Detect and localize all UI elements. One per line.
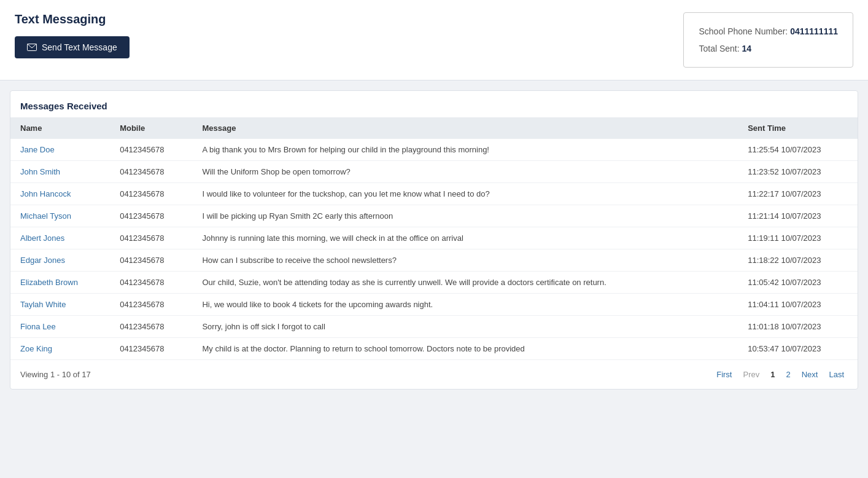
cell-message: I would like to volunteer for the tucksh… [192,183,738,205]
first-page-link[interactable]: First [713,369,735,380]
section-title: Messages Received [10,91,858,117]
name-link[interactable]: John Hancock [20,189,71,198]
table-header: Name Mobile Message Sent Time [10,117,858,139]
footer-row: Viewing 1 - 10 of 17 First Prev 1 2 Next… [10,359,858,389]
cell-message: Johnny is running late this morning, we … [192,227,738,249]
cell-mobile: 0412345678 [110,161,192,183]
send-button-label: Send Text Message [42,42,117,52]
cell-mobile: 0412345678 [110,316,192,338]
cell-sent-time: 11:23:52 10/07/2023 [738,161,858,183]
cell-message: My child is at the doctor. Planning to r… [192,338,738,360]
table-row: Edgar Jones0412345678How can I subscribe… [10,249,858,272]
cell-name: Fiona Lee [10,316,110,338]
cell-mobile: 0412345678 [110,338,192,360]
cell-name: Jane Doe [10,139,110,161]
table-row: Elizabeth Brown0412345678Our child, Suzi… [10,272,858,294]
cell-mobile: 0412345678 [110,294,192,316]
cell-name: Elizabeth Brown [10,272,110,294]
cell-sent-time: 11:01:18 10/07/2023 [738,316,858,338]
cell-sent-time: 11:05:42 10/07/2023 [738,272,858,294]
cell-message: I will be picking up Ryan Smith 2C early… [192,205,738,227]
name-link[interactable]: John Smith [20,167,60,176]
cell-message: How can I subscribe to receive the schoo… [192,249,738,272]
name-link[interactable]: Elizabeth Brown [20,278,78,287]
cell-message: Hi, we would like to book 4 tickets for … [192,294,738,316]
table-body: Jane Doe0412345678A big thank you to Mrs… [10,139,858,359]
table-row: Zoe King0412345678My child is at the doc… [10,338,858,360]
name-link[interactable]: Albert Jones [20,233,64,243]
total-label: Total Sent: [699,44,739,53]
cell-mobile: 0412345678 [110,249,192,272]
cell-message: Our child, Suzie, won't be attending tod… [192,272,738,294]
name-link[interactable]: Michael Tyson [20,211,71,221]
envelope-icon [27,44,37,51]
last-page-link[interactable]: Last [825,369,848,380]
cell-name: Albert Jones [10,227,110,249]
cell-sent-time: 11:04:11 10/07/2023 [738,294,858,316]
page-2-link[interactable]: 2 [782,369,794,380]
cell-name: John Smith [10,161,110,183]
table-row: Fiona Lee0412345678Sorry, john is off si… [10,316,858,338]
name-link[interactable]: Taylah White [20,300,66,309]
cell-name: Zoe King [10,338,110,360]
cell-sent-time: 11:19:11 10/07/2023 [738,227,858,249]
name-link[interactable]: Edgar Jones [20,256,65,265]
prev-page-link[interactable]: Prev [739,369,763,380]
pagination: First Prev 1 2 Next Last [713,369,848,380]
cell-mobile: 0412345678 [110,227,192,249]
next-page-link[interactable]: Next [798,369,822,380]
top-left: Text Messaging Send Text Message [15,12,130,58]
cell-message: A big thank you to Mrs Brown for helping… [192,139,738,161]
cell-mobile: 0412345678 [110,139,192,161]
phone-value: 0411111111 [790,26,838,36]
table-row: Albert Jones0412345678Johnny is running … [10,227,858,249]
cell-name: John Hancock [10,183,110,205]
cell-name: Edgar Jones [10,249,110,272]
col-message: Message [192,117,738,139]
page-title: Text Messaging [15,12,130,26]
main-section: Messages Received Name Mobile Message Se… [10,90,858,390]
school-info-box: School Phone Number: 0411111111 Total Se… [683,12,853,68]
table-row: Michael Tyson0412345678I will be picking… [10,205,858,227]
cell-sent-time: 11:25:54 10/07/2023 [738,139,858,161]
total-row: Total Sent: 14 [699,40,838,57]
top-section: Text Messaging Send Text Message School … [0,0,868,80]
phone-label: School Phone Number: [699,26,788,36]
table-row: John Smith0412345678Will the Uniform Sho… [10,161,858,183]
col-mobile: Mobile [110,117,192,139]
table-row: Taylah White0412345678Hi, we would like … [10,294,858,316]
cell-sent-time: 11:22:17 10/07/2023 [738,183,858,205]
cell-mobile: 0412345678 [110,183,192,205]
name-link[interactable]: Fiona Lee [20,322,56,331]
viewing-text: Viewing 1 - 10 of 17 [20,370,91,379]
page-1-link[interactable]: 1 [767,369,778,380]
col-name: Name [10,117,110,139]
cell-mobile: 0412345678 [110,272,192,294]
cell-sent-time: 10:53:47 10/07/2023 [738,338,858,360]
cell-message: Will the Uniform Shop be open tomorrow? [192,161,738,183]
cell-sent-time: 11:18:22 10/07/2023 [738,249,858,272]
cell-name: Taylah White [10,294,110,316]
table-row: John Hancock0412345678I would like to vo… [10,183,858,205]
cell-sent-time: 11:21:14 10/07/2023 [738,205,858,227]
col-sent-time: Sent Time [738,117,858,139]
table-row: Jane Doe0412345678A big thank you to Mrs… [10,139,858,161]
cell-message: Sorry, john is off sick I forgot to call [192,316,738,338]
cell-mobile: 0412345678 [110,205,192,227]
total-value: 14 [742,44,752,53]
messages-table: Name Mobile Message Sent Time Jane Doe04… [10,117,858,359]
cell-name: Michael Tyson [10,205,110,227]
name-link[interactable]: Zoe King [20,344,52,353]
name-link[interactable]: Jane Doe [20,145,55,154]
send-text-message-button[interactable]: Send Text Message [15,36,130,58]
phone-row: School Phone Number: 0411111111 [699,23,838,40]
